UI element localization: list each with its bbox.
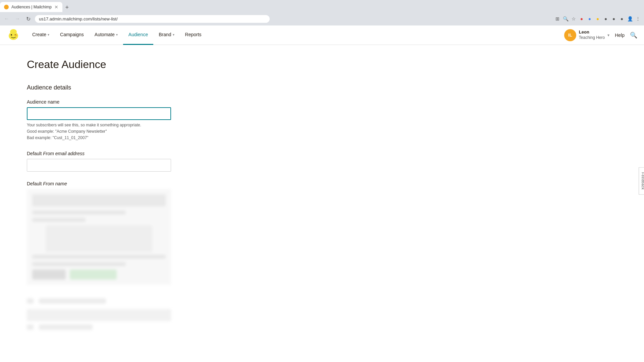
chrome-icon-4: ● [602,15,609,22]
user-org: Teaching Hero [579,35,605,41]
default-from-name-group: Default From name [27,181,342,285]
feedback-tab[interactable]: Feedback [639,167,644,195]
create-chevron-icon: ▾ [48,33,49,37]
forward-button[interactable]: → [13,15,21,23]
blurred-form-section [27,189,171,285]
default-from-name-label: Default From name [27,181,342,186]
extensions-icon[interactable]: ⊞ [554,15,561,22]
svg-point-4 [15,34,17,36]
zoom-icon[interactable]: 🔍 [562,15,569,22]
help-link[interactable]: Help [615,33,625,38]
user-chevron-icon: ▾ [607,33,609,38]
back-button[interactable]: ← [3,15,11,23]
nav-item-reports[interactable]: Reports [180,25,207,45]
nav-item-campaigns[interactable]: Campaigns [55,25,89,45]
audience-name-input[interactable] [27,107,171,120]
section-title: Audience details [27,84,342,91]
profile-icon[interactable]: 👤 [627,15,633,22]
app-navbar: Create ▾ Campaigns Automate ▾ Audience B… [0,25,644,45]
refresh-button[interactable]: ↻ [24,15,32,23]
user-avatar: IL [564,29,576,41]
chrome-icon-5: ● [610,15,617,22]
tab-favicon [4,5,9,9]
audience-name-hints: Your subscribers will see this, so make … [27,122,342,141]
menu-icon[interactable]: ⋮ [635,15,641,22]
browser-window: Audiences | Mailchimp ✕ + ← → ↻ ⊞ 🔍 ☆ ● … [0,0,644,25]
user-section[interactable]: IL Leon Teaching Hero ▾ [564,29,609,41]
chrome-icon-6: ● [619,15,625,22]
nav-item-audience[interactable]: Audience [123,25,153,45]
url-input[interactable] [35,15,270,23]
star-icon[interactable]: ☆ [570,15,577,22]
default-from-email-group: Default From email address [27,151,342,172]
tab-title: Audiences | Mailchimp [11,5,52,9]
brand-chevron-icon: ▾ [173,33,174,37]
nav-items: Create ▾ Campaigns Automate ▾ Audience B… [27,25,207,45]
audience-name-label: Audience name [27,99,342,105]
chrome-icon-2: ● [586,15,593,22]
default-from-email-input[interactable] [27,159,171,172]
page-title: Create Audience [27,58,342,71]
tab-close-button[interactable]: ✕ [54,4,58,10]
toolbar-icons: ⊞ 🔍 ☆ ● ● ● ● ● ● 👤 ⋮ [554,15,641,22]
svg-point-1 [11,34,12,36]
app: Create ▾ Campaigns Automate ▾ Audience B… [0,25,644,353]
nav-item-automate[interactable]: Automate ▾ [89,25,123,45]
chrome-icon-3: ● [594,15,601,22]
browser-tab[interactable]: Audiences | Mailchimp ✕ [0,2,62,12]
nav-item-brand[interactable]: Brand ▾ [153,25,179,45]
mailchimp-logo[interactable] [7,28,20,42]
chrome-icon-1: ● [578,15,585,22]
blurred-extra-section [27,298,342,330]
audience-name-group: Audience name Your subscribers will see … [27,99,342,141]
search-icon[interactable]: 🔍 [630,32,637,39]
new-tab-button[interactable]: + [62,3,72,12]
address-bar: ← → ↻ ⊞ 🔍 ☆ ● ● ● ● ● ● 👤 ⋮ [0,12,644,25]
tab-bar: Audiences | Mailchimp ✕ + [0,0,644,12]
default-from-email-label: Default From email address [27,151,342,156]
nav-right: IL Leon Teaching Hero ▾ Help 🔍 [564,29,637,41]
page-content: Create Audience Audience details Audienc… [0,45,369,353]
nav-item-create[interactable]: Create ▾ [27,25,55,45]
automate-chevron-icon: ▾ [116,33,118,37]
user-info: Leon Teaching Hero [579,29,605,40]
user-name: Leon [579,29,605,35]
